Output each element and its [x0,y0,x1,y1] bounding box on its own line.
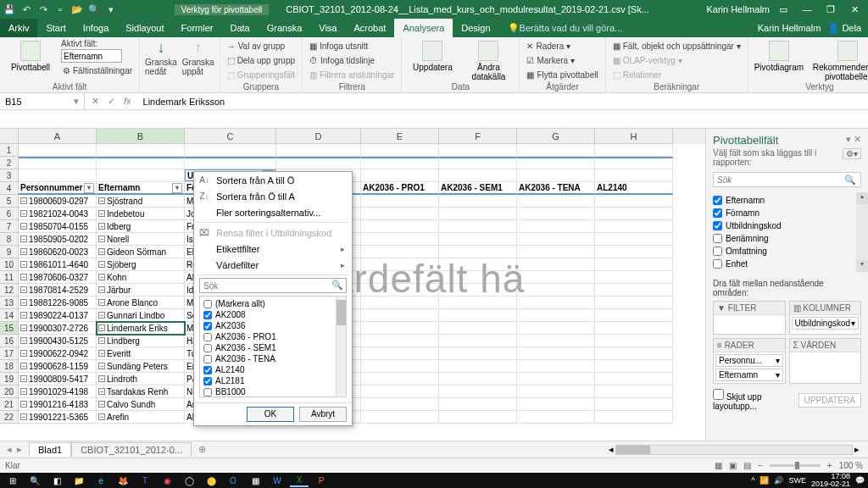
cell[interactable] [361,297,439,309]
cell[interactable] [517,360,595,373]
col-header[interactable]: H [595,129,673,144]
collapse-icon[interactable]: − [98,337,105,344]
zoom-in-icon[interactable]: + [827,461,832,470]
collapse-icon[interactable]: − [98,197,105,204]
cell[interactable]: −Norell [97,233,185,246]
cell[interactable]: −Sundäng Peters [97,360,185,373]
cell[interactable] [439,335,517,347]
collapse-icon[interactable]: − [20,274,27,280]
col-header[interactable]: A [19,129,97,144]
row-header[interactable]: 11 [0,271,19,284]
row-header[interactable]: 18 [0,360,19,373]
row-header[interactable]: 16 [0,335,19,347]
cell[interactable]: −19900628-1159 [19,360,97,373]
row-header[interactable]: 3 [0,169,19,182]
cell[interactable] [361,233,439,246]
checkbox[interactable] [713,221,722,230]
notifications-icon[interactable]: 💬 [855,476,865,485]
chevron-down-icon[interactable]: ▾ [776,370,780,380]
row-header[interactable]: 2 [0,157,19,169]
cell[interactable] [595,195,673,208]
pivot-col-efternamn[interactable]: Efternamn▾ [97,182,185,195]
tab-infoga[interactable]: Infoga [75,19,118,37]
tell-me[interactable]: 💡 Berätta vad du vill göra... [499,19,632,37]
cell[interactable]: −19870606-0327 [19,271,97,284]
cell[interactable] [517,258,595,271]
col-header[interactable]: C [185,129,276,144]
scroll-left-icon[interactable]: ◂ [609,444,614,455]
clear-button[interactable]: ✕ Radera ▾ [525,39,599,53]
cell[interactable] [517,322,595,335]
cell[interactable] [595,309,673,322]
cell[interactable] [595,373,673,385]
checkbox[interactable] [203,344,212,352]
row-header[interactable]: 7 [0,220,19,233]
cell[interactable] [517,385,595,398]
cell[interactable] [439,411,517,424]
cell[interactable] [439,322,517,335]
collapse-icon[interactable]: − [20,375,27,382]
collapse-icon[interactable]: − [20,363,27,369]
pivot-col-personnummer[interactable]: Personnummer▾ [19,182,97,195]
open-icon[interactable]: 📂 [71,3,83,15]
lang-indicator[interactable]: SWE [788,476,806,485]
collapse-icon[interactable]: − [98,236,105,242]
collapse-icon[interactable]: − [98,248,105,255]
checkbox[interactable] [713,196,722,205]
collapse-icon[interactable]: − [20,312,27,319]
cell[interactable]: −19850905-0202 [19,233,97,246]
cell[interactable] [439,208,517,220]
ribbon-options-icon[interactable]: ▭ [773,4,793,15]
relations-button[interactable]: ⬚ Relationer [611,68,743,81]
more-sort[interactable]: Fler sorteringsalternativ... [194,204,352,220]
cell[interactable] [439,246,517,258]
cell[interactable] [595,208,673,220]
cell[interactable] [517,195,595,208]
cell[interactable] [361,246,439,258]
collapse-icon[interactable]: − [20,413,27,420]
outlook-icon[interactable]: O [224,474,242,487]
view-normal-icon[interactable]: ▦ [715,461,722,470]
checkbox[interactable] [203,322,212,330]
cell[interactable]: −19821024-0043 [19,208,97,220]
collapse-icon[interactable]: − [20,324,27,331]
collapse-icon[interactable]: − [20,236,27,242]
name-box[interactable]: B15▾ [0,93,85,109]
cell[interactable] [361,309,439,322]
field-item[interactable]: Förnamn [713,207,861,219]
move-pivot-button[interactable]: ▦ Flytta pivottabell [525,68,599,81]
view-break-icon[interactable]: ▤ [743,461,751,470]
cell[interactable] [361,271,439,284]
row-header[interactable]: 8 [0,233,19,246]
row-header[interactable]: 21 [0,398,19,411]
row-header[interactable]: 14 [0,309,19,322]
tab-sidlayout[interactable]: Sidlayout [117,19,172,37]
cell[interactable]: −Everitt [97,347,185,360]
volume-icon[interactable]: 🔊 [774,476,783,485]
minimize-icon[interactable]: — [797,4,817,14]
field-settings-button[interactable]: ⚙ Fältinställningar [61,64,134,77]
cell[interactable] [595,271,673,284]
drill-down-icon[interactable]: ↓ [157,39,164,57]
row-header[interactable]: 6 [0,208,19,220]
undo-icon[interactable]: ↶ [20,3,32,15]
h-scrollbar[interactable] [615,445,853,455]
collapse-icon[interactable]: − [98,299,105,306]
teams-icon[interactable]: T [136,474,154,487]
sheet-next-icon[interactable]: ▸ [17,444,22,455]
clock-date[interactable]: 2019-02-21 [811,480,850,488]
update-button[interactable]: UPPDATERA [798,393,861,408]
field-item[interactable]: Utbildningskod [713,219,861,232]
clear-filter[interactable]: ⌧Rensa filter i Utbildningskod [194,225,352,241]
cell[interactable]: −Sjöberg [97,258,185,271]
new-icon[interactable]: ▫ [54,3,66,15]
chevron-down-icon[interactable]: ▾ [851,319,855,328]
task-view-icon[interactable]: ◧ [47,474,66,487]
row-header[interactable]: 12 [0,284,19,297]
pivotchart-button[interactable]: Pivotdiagram [754,39,804,72]
cell[interactable] [517,233,595,246]
explorer-icon[interactable]: 📁 [70,474,88,487]
filter-item[interactable]: AK2008 [202,309,344,320]
tab-start[interactable]: Start [37,19,74,37]
row-header[interactable]: 9 [0,246,19,258]
